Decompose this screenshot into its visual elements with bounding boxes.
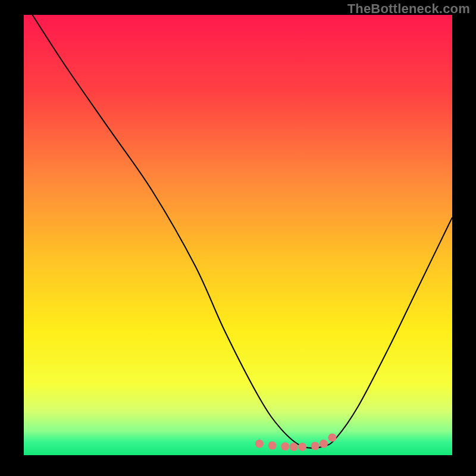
highlight-dot: [268, 441, 277, 450]
highlight-dot: [290, 443, 298, 451]
highlight-dot: [311, 441, 320, 450]
highlight-dot: [255, 440, 264, 448]
highlight-dot: [298, 443, 306, 451]
highlight-dot: [320, 440, 328, 448]
chart-svg: [24, 15, 452, 455]
chart-frame: TheBottleneck.com: [0, 0, 476, 476]
plot-area: [24, 15, 452, 455]
svg-rect-0: [24, 15, 452, 455]
highlight-dot: [328, 433, 336, 441]
highlight-dot: [281, 442, 289, 450]
